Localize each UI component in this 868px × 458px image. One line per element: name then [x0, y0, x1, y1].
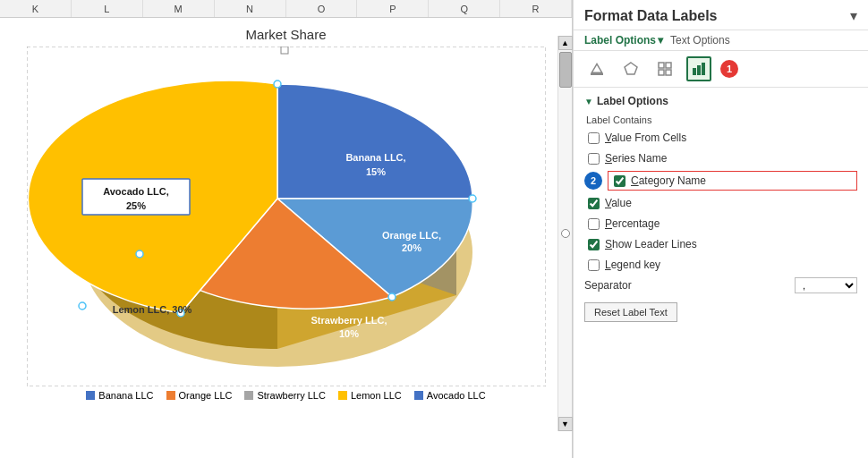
data-handle-2[interactable] — [388, 293, 396, 301]
effects-icon-btn[interactable] — [618, 56, 643, 81]
pie-chart[interactable]: Avocado LLC, 25% Banana LLC, 15% Orange … — [27, 47, 546, 386]
size-properties-icon-btn[interactable] — [652, 56, 677, 81]
chart-legend: Banana LLC Orange LLC Strawberry LLC Lem… — [9, 390, 563, 401]
separator-select[interactable]: , — [795, 277, 857, 293]
panel-title: Format Data Labels — [584, 8, 717, 24]
data-handle-3[interactable] — [136, 250, 143, 258]
panel-body: ▼ Label Options Label Contains Value Fro… — [574, 88, 868, 458]
legend-label-banana: Banana LLC — [98, 390, 153, 401]
legend-color-avocado — [414, 391, 423, 400]
svg-text:10%: 10% — [338, 328, 358, 339]
legend-color-banana — [86, 391, 95, 400]
legend-item-avocado: Avocado LLC — [414, 390, 486, 401]
chart-container[interactable]: Market Share — [0, 18, 572, 458]
svg-text:Avocado LLC,: Avocado LLC, — [103, 186, 169, 197]
scroll-down-arrow[interactable]: ▼ — [558, 417, 573, 431]
spreadsheet-area: K L M N O P Q R Market Share — [0, 0, 573, 458]
tab-text-options[interactable]: Text Options — [670, 34, 730, 47]
svg-rect-18 — [693, 68, 696, 75]
svg-rect-14 — [659, 63, 664, 68]
percentage-row: Percentage — [584, 216, 857, 232]
series-name-label[interactable]: Series Name — [605, 152, 667, 165]
series-name-row: Series Name — [584, 150, 857, 166]
svg-rect-20 — [702, 63, 705, 75]
tabs-row: Label Options ▾ Text Options — [574, 30, 868, 51]
column-headers: K L M N O P Q R — [0, 0, 572, 18]
section-collapse-icon: ▼ — [584, 97, 593, 106]
data-handle-6[interactable] — [79, 302, 86, 310]
show-leader-lines-label[interactable]: Show Leader Lines — [605, 238, 697, 250]
col-header-p: P — [357, 0, 429, 17]
scrollbar-thumb[interactable] — [559, 52, 572, 88]
badge-1: 1 — [720, 60, 738, 78]
svg-marker-13 — [625, 63, 637, 74]
legend-key-row: Legend key — [584, 257, 857, 273]
chart-title: Market Share — [9, 27, 563, 42]
category-name-row: Category Name — [608, 171, 857, 191]
label-options-section-header[interactable]: ▼ Label Options — [584, 95, 857, 107]
label-options-icon-btn[interactable] — [686, 56, 711, 81]
tab-label-options[interactable]: Label Options ▾ — [584, 34, 663, 47]
svg-text:20%: 20% — [401, 242, 421, 253]
legend-label-strawberry: Strawberry LLC — [257, 390, 325, 401]
value-label[interactable]: Value — [605, 197, 632, 209]
show-leader-lines-row: Show Leader Lines — [584, 236, 857, 252]
col-header-l: L — [72, 0, 143, 17]
chart-scrollbar[interactable]: ▲ ▼ — [557, 36, 572, 431]
section-title: Label Options — [597, 95, 668, 107]
scroll-up-arrow[interactable]: ▲ — [558, 36, 573, 50]
separator-row: Separator , — [584, 277, 857, 293]
svg-rect-17 — [666, 70, 671, 75]
value-checkbox[interactable] — [588, 198, 600, 209]
category-name-checkbox[interactable] — [614, 175, 625, 187]
reset-label-text-button[interactable]: Reset Label Text — [584, 302, 677, 322]
value-from-cells-checkbox[interactable] — [588, 132, 600, 144]
col-header-o: O — [286, 0, 358, 17]
format-panel: Format Data Labels ▾ Label Options ▾ Tex… — [573, 0, 868, 458]
show-leader-lines-checkbox[interactable] — [588, 239, 600, 250]
svg-text:25%: 25% — [125, 200, 145, 211]
percentage-label[interactable]: Percentage — [605, 217, 660, 230]
data-handle-1[interactable] — [469, 195, 476, 202]
badge-2: 2 — [584, 172, 602, 190]
legend-color-strawberry — [244, 391, 253, 400]
category-name-label[interactable]: Category Name — [631, 174, 706, 187]
col-header-k: K — [0, 0, 72, 17]
panel-header: Format Data Labels ▾ — [574, 0, 868, 30]
icon-bar: 1 — [574, 51, 868, 88]
legend-item-strawberry: Strawberry LLC — [244, 390, 325, 401]
svg-text:Lemon LLC, 30%: Lemon LLC, 30% — [112, 304, 191, 315]
svg-text:Strawberry LLC,: Strawberry LLC, — [311, 315, 387, 326]
legend-color-lemon — [338, 391, 347, 400]
value-from-cells-label[interactable]: Value From Cells — [605, 131, 686, 144]
value-from-cells-row: Value From Cells — [584, 130, 857, 146]
svg-text:15%: 15% — [365, 166, 385, 177]
series-name-checkbox[interactable] — [588, 153, 600, 165]
col-header-m: M — [143, 0, 215, 17]
svg-rect-19 — [697, 65, 701, 75]
legend-key-checkbox[interactable] — [588, 259, 600, 271]
col-header-q: Q — [429, 0, 500, 17]
chart-resize-handle-mid[interactable] — [561, 229, 570, 238]
legend-label-orange: Orange LLC — [179, 390, 233, 401]
legend-label-lemon: Lemon LLC — [351, 390, 402, 401]
svg-rect-15 — [666, 63, 671, 68]
value-row: Value — [584, 195, 857, 211]
separator-label: Separator — [584, 279, 632, 292]
col-header-n: N — [215, 0, 286, 17]
svg-text:Banana LLC,: Banana LLC, — [345, 152, 405, 163]
data-handle-5[interactable] — [274, 81, 281, 88]
legend-item-orange: Orange LLC — [166, 390, 233, 401]
svg-text:Orange LLC,: Orange LLC, — [381, 230, 440, 241]
legend-item-lemon: Lemon LLC — [338, 390, 402, 401]
svg-rect-12 — [281, 47, 288, 54]
legend-key-label[interactable]: Legend key — [605, 259, 660, 271]
panel-close-button[interactable]: ▾ — [850, 7, 857, 24]
percentage-checkbox[interactable] — [588, 218, 600, 230]
legend-label-avocado: Avocado LLC — [427, 390, 486, 401]
fill-effects-icon-btn[interactable] — [584, 56, 609, 81]
legend-item-banana: Banana LLC — [86, 390, 153, 401]
legend-color-orange — [166, 391, 175, 400]
svg-rect-16 — [659, 70, 664, 75]
label-contains-label: Label Contains — [586, 114, 857, 125]
